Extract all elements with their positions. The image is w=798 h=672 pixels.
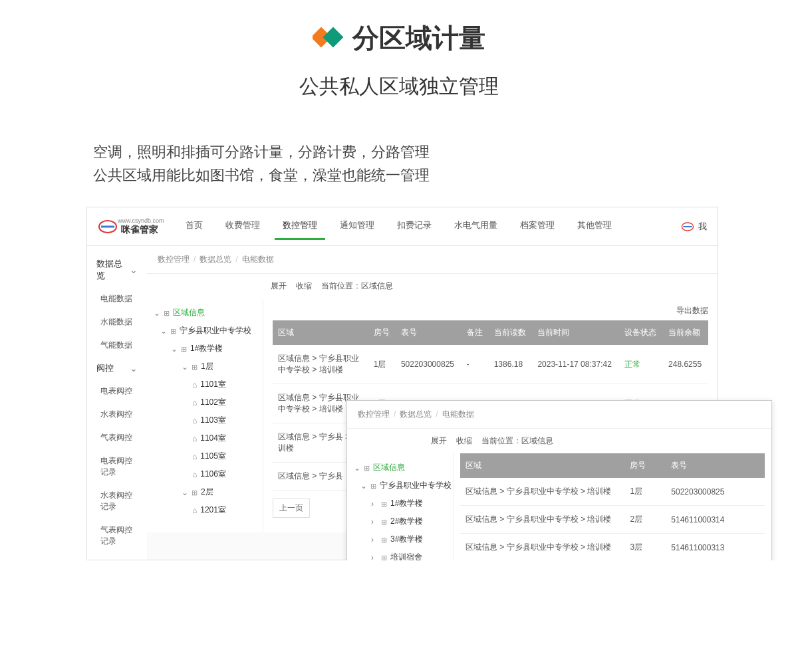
svg-rect-1 — [323, 27, 343, 47]
brand-name: 咪雀管家 — [121, 224, 158, 235]
table-row: 区域信息 > 宁乡县职业中专学校 > 培训楼 1层 502203000825 -… — [273, 345, 708, 384]
building-icon — [164, 308, 170, 318]
user-me: 我 — [698, 221, 707, 233]
nav-fee[interactable]: 收费管理 — [217, 213, 268, 240]
overlay-location: 当前位置：区域信息 — [481, 435, 553, 447]
top-nav: 首页 收费管理 数控管理 通知管理 扣费记录 水电气用量 档案管理 其他管理 — [178, 213, 681, 240]
topbar: www.csyndb.com 咪雀管家 首页 收费管理 数控管理 通知管理 扣费… — [87, 207, 718, 246]
building-icon — [170, 326, 176, 336]
tree-school[interactable]: ⌄宁乡县职业中专学校 — [151, 322, 259, 340]
overlay-tree-node[interactable]: ›2#教学楼 — [351, 512, 449, 530]
hero-desc-line1: 空调，照明和排插可分路计量，分路计费，分路管理 — [93, 140, 798, 164]
th-reading: 当前读数 — [489, 320, 533, 345]
th-note: 备注 — [462, 320, 489, 345]
side-item-elec-log[interactable]: 电表阀控记录 — [87, 449, 147, 484]
overlay-tree: ⌄区域信息 ⌄宁乡县职业中专学校 ›1#教学楼 ›2#教学楼 ›3#教学楼 ›培… — [347, 453, 454, 560]
overlay-tree-school[interactable]: ⌄宁乡县职业中专学校 — [351, 477, 449, 495]
nav-home[interactable]: 首页 — [178, 213, 211, 240]
chevron-down-icon — [130, 265, 138, 275]
overlay-expand[interactable]: 展开 — [431, 435, 447, 447]
building-icon — [192, 362, 198, 372]
overlay-tree-node[interactable]: ›1#教学楼 — [351, 495, 449, 512]
nav-archive[interactable]: 档案管理 — [512, 213, 563, 240]
side-item-elec-valve[interactable]: 电表阀控 — [87, 380, 147, 403]
nav-notice[interactable]: 通知管理 — [332, 213, 382, 240]
overlay-breadcrumb: 数控管理/数据总览/电能数据 — [347, 401, 771, 429]
table-row: 区域信息 > 宁乡县职业中专学校 > 培训楼3层514611000313 — [460, 534, 765, 561]
hero-subtitle: 公共私人区域独立管理 — [0, 73, 798, 100]
side-item-elec[interactable]: 电能数据 — [87, 287, 147, 310]
th-room: 房号 — [368, 320, 396, 345]
building-icon — [364, 463, 370, 473]
tree-building1[interactable]: ⌄1#教学楼 — [151, 340, 259, 358]
tree-floor1[interactable]: ⌄1层 — [151, 358, 259, 376]
region-tree: ⌄区域信息 ⌄宁乡县职业中专学校 ⌄1#教学楼 ⌄1层 1101室 1102室 … — [147, 298, 263, 532]
building-icon — [192, 488, 198, 497]
tree-room[interactable]: 1101室 — [151, 376, 259, 393]
th-area: 区域 — [273, 320, 368, 345]
overlay-table: 区域 房号 表号 区域信息 > 宁乡县职业中专学校 > 培训楼1层5022030… — [460, 453, 765, 560]
overlay-tree-node[interactable]: ›培训宿舍 — [351, 548, 449, 560]
side-item-gas-log[interactable]: 气表阀控记录 — [87, 518, 147, 553]
chevron-down-icon — [130, 363, 138, 374]
th-balance: 当前余额 — [663, 320, 708, 345]
th-meter: 表号 — [666, 453, 765, 478]
current-location: 当前位置：区域信息 — [321, 280, 393, 292]
nav-deduct[interactable]: 扣费记录 — [389, 213, 440, 240]
overlay-tree-node[interactable]: ›3#教学楼 — [351, 530, 449, 548]
expand-button[interactable]: 展开 — [271, 280, 287, 292]
side-item-gas-valve[interactable]: 气表阀控 — [87, 426, 147, 449]
tree-room[interactable]: 1201室 — [151, 501, 259, 519]
side-group-data[interactable]: 数据总览 — [87, 253, 147, 287]
brand-logo-icon — [98, 217, 118, 237]
brand-url: www.csyndb.com — [118, 217, 164, 224]
side-item-water-valve[interactable]: 水表阀控 — [87, 403, 147, 426]
overlay-panel: 数控管理/数据总览/电能数据 展开 收缩 当前位置：区域信息 ⌄区域信息 ⌄宁乡… — [346, 400, 772, 560]
home-icon — [192, 506, 197, 515]
sidebar: 数据总览 电能数据 水能数据 气能数据 阀控 电表阀控 水表阀控 气表阀控 电表… — [87, 246, 147, 560]
user-area[interactable]: 我 — [681, 220, 707, 233]
nav-data-active[interactable]: 数控管理 — [275, 213, 325, 240]
user-logo-icon — [681, 220, 694, 233]
home-icon — [192, 416, 197, 425]
building-icon — [381, 553, 387, 561]
home-icon — [192, 434, 197, 443]
tree-root[interactable]: ⌄区域信息 — [151, 304, 259, 322]
side-item-water-log[interactable]: 水表阀控记录 — [87, 484, 147, 518]
tree-room[interactable]: 1104室 — [151, 429, 259, 447]
tree-room[interactable]: 1106室 — [151, 465, 259, 483]
side-item-water[interactable]: 水能数据 — [87, 310, 147, 334]
building-icon — [381, 535, 387, 544]
th-status: 设备状态 — [619, 320, 663, 345]
pager-prev[interactable]: 上一页 — [273, 499, 310, 518]
th-room: 房号 — [624, 453, 666, 478]
overlay-collapse[interactable]: 收缩 — [456, 435, 472, 447]
side-group-valve[interactable]: 阀控 — [87, 357, 147, 380]
th-time: 当前时间 — [532, 320, 619, 345]
home-icon — [192, 452, 197, 461]
breadcrumb: 数控管理/数据总览/电能数据 — [147, 246, 718, 274]
overlay-tree-root[interactable]: ⌄区域信息 — [351, 459, 449, 477]
tree-room[interactable]: 1105室 — [151, 447, 259, 465]
side-item-gas[interactable]: 气能数据 — [87, 334, 147, 357]
tree-room[interactable]: 1103室 — [151, 411, 259, 429]
home-icon — [192, 380, 197, 390]
building-icon — [381, 517, 387, 526]
collapse-button[interactable]: 收缩 — [296, 280, 312, 292]
hero-title: 分区域计量 — [352, 20, 485, 56]
table-row: 区域信息 > 宁乡县职业中专学校 > 培训楼2层514611000314 — [460, 506, 765, 534]
building-icon — [181, 344, 187, 354]
hero-logo-icon — [313, 22, 343, 55]
hero-desc-line2: 公共区域用能比如图书馆，食堂，澡堂也能统一管理 — [93, 164, 798, 187]
brand: www.csyndb.com 咪雀管家 — [98, 217, 164, 237]
building-icon — [370, 481, 376, 491]
table-row: 区域信息 > 宁乡县职业中专学校 > 培训楼1层502203000825 — [460, 478, 765, 506]
nav-usage[interactable]: 水电气用量 — [446, 213, 505, 240]
tree-floor2[interactable]: ⌄2层 — [151, 483, 259, 501]
nav-other[interactable]: 其他管理 — [569, 213, 620, 240]
building-icon — [381, 499, 387, 508]
home-icon — [192, 398, 197, 407]
export-button[interactable]: 导出数据 — [273, 305, 708, 316]
tree-room[interactable]: 1102室 — [151, 393, 259, 411]
home-icon — [192, 470, 197, 479]
